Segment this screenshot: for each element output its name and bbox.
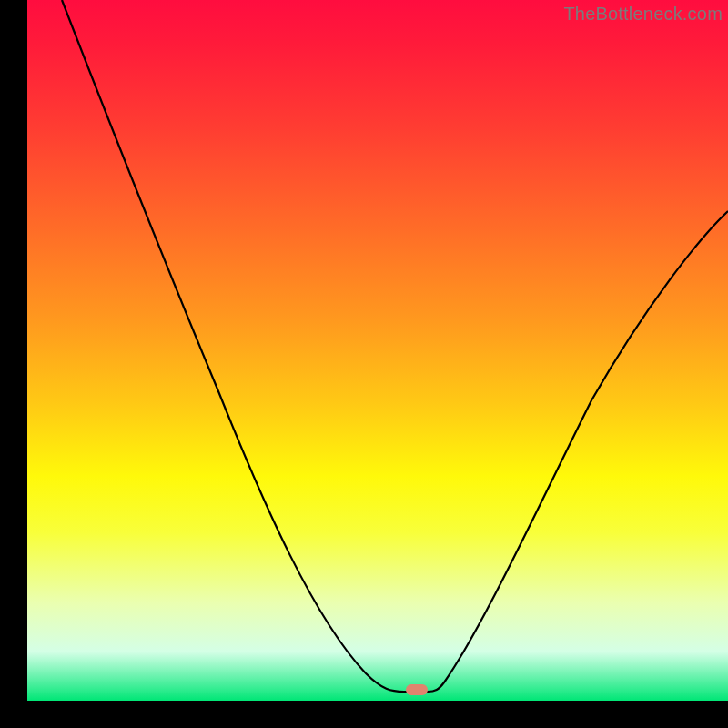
plot-area [27,0,728,701]
watermark-text: TheBottleneck.com [563,4,723,25]
bottleneck-curve [27,0,728,701]
optimum-marker [406,684,428,695]
chart-frame: TheBottleneck.com [0,0,728,728]
